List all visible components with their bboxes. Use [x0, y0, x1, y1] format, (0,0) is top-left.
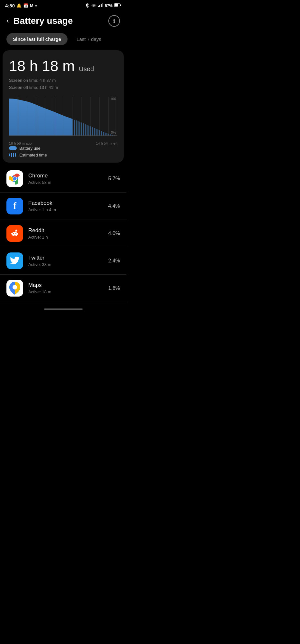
scroll-indicator: [44, 308, 83, 310]
wifi-icon: [91, 3, 96, 8]
svg-point-33: [13, 285, 17, 289]
chrome-app-icon: [6, 170, 23, 187]
facebook-app-info: Facebook Active: 1 h 4 m: [28, 200, 108, 212]
dot-icon: ●: [35, 4, 37, 7]
svg-point-30: [15, 233, 16, 234]
calendar-icon: 📅: [23, 3, 28, 8]
tab-since-last-charge[interactable]: Since last full charge: [6, 33, 68, 45]
tabs-container: Since last full charge Last 7 days: [0, 31, 126, 50]
battery-percent: 57%: [105, 4, 113, 8]
facebook-app-percent: 4.4%: [108, 203, 120, 209]
signal-icon: [98, 3, 103, 8]
chart-right-label: 14 h 54 m left: [96, 141, 117, 145]
reddit-app-info: Reddit Active: 1 h: [28, 227, 108, 240]
maps-app-name: Maps: [28, 282, 108, 289]
app-item-twitter[interactable]: Twitter Active: 38 m 2.4%: [0, 247, 126, 275]
svg-rect-2: [101, 4, 102, 7]
legend: Battery use Estimated time: [9, 146, 117, 157]
battery-chart: 100: [9, 97, 117, 142]
chrome-app-percent: 5.7%: [108, 176, 120, 182]
legend-striped-icon: [9, 153, 17, 157]
svg-point-24: [13, 177, 17, 180]
usage-time: 18 h 18 m Used: [9, 58, 117, 74]
status-bar: 4:50 🔔 📅 M ● 57%: [0, 0, 126, 10]
back-button[interactable]: ‹: [6, 17, 9, 25]
status-time: 4:50: [5, 3, 15, 8]
legend-estimated-time-label: Estimated time: [19, 153, 47, 157]
info-icon: ℹ: [113, 18, 115, 24]
chrome-app-active: Active: 58 m: [28, 180, 108, 185]
maps-app-info: Maps Active: 18 m: [28, 282, 108, 294]
status-right: 57%: [85, 3, 121, 9]
reddit-app-name: Reddit: [28, 227, 108, 234]
battery-icon: [114, 3, 121, 8]
chart-0-label: 0%: [111, 130, 116, 134]
screen-info: Screen on time: 4 h 37 m Screen off time…: [9, 77, 117, 91]
svg-rect-3: [102, 3, 103, 7]
facebook-app-icon: f: [6, 198, 23, 214]
svg-point-29: [13, 233, 14, 234]
maps-app-active: Active: 18 m: [28, 289, 108, 294]
screen-on-time: Screen on time: 4 h 37 m: [9, 77, 117, 84]
legend-battery-use-label: Battery use: [19, 146, 41, 151]
chart-time-labels: 18 h 56 m ago 14 h 54 m left: [9, 141, 117, 145]
twitter-app-percent: 2.4%: [108, 258, 120, 264]
info-button[interactable]: ℹ: [108, 15, 120, 27]
reddit-app-active: Active: 1 h: [28, 235, 108, 240]
reddit-app-percent: 4.0%: [108, 231, 120, 236]
gmail-icon: M: [30, 3, 33, 8]
bluetooth-icon: [85, 3, 90, 9]
facebook-app-name: Facebook: [28, 200, 108, 206]
app-item-maps[interactable]: Maps Active: 18 m 1.6%: [0, 275, 126, 302]
svg-rect-1: [99, 5, 100, 7]
chart-left-label: 18 h 56 m ago: [9, 141, 32, 145]
header: ‹ Battery usage ℹ: [0, 10, 126, 31]
legend-estimated-time: Estimated time: [9, 153, 117, 157]
svg-rect-5: [120, 5, 121, 6]
stats-card: 18 h 18 m Used Screen on time: 4 h 37 m …: [3, 50, 124, 163]
app-item-chrome[interactable]: Chrome Active: 58 m 5.7%: [0, 165, 126, 193]
twitter-app-name: Twitter: [28, 255, 108, 261]
app-list: Chrome Active: 58 m 5.7% f Facebook Acti…: [0, 163, 126, 305]
twitter-app-active: Active: 38 m: [28, 262, 108, 267]
used-label: Used: [79, 65, 94, 72]
chart-svg: [9, 97, 117, 139]
chrome-app-name: Chrome: [28, 173, 108, 179]
twitter-app-icon: [6, 252, 23, 269]
legend-battery-use: Battery use: [9, 146, 117, 151]
app-item-facebook[interactable]: f Facebook Active: 1 h 4 m 4.4%: [0, 193, 126, 220]
reddit-app-icon: [6, 225, 23, 242]
svg-point-31: [11, 233, 13, 234]
svg-rect-6: [115, 4, 118, 7]
app-item-reddit[interactable]: Reddit Active: 1 h 4.0%: [0, 220, 126, 247]
svg-point-32: [17, 233, 18, 234]
facebook-app-active: Active: 1 h 4 m: [28, 207, 108, 212]
status-left: 4:50 🔔 📅 M ●: [5, 3, 37, 8]
tab-last-7-days[interactable]: Last 7 days: [74, 33, 104, 45]
maps-app-percent: 1.6%: [108, 285, 120, 291]
legend-solid-icon: [9, 146, 17, 150]
chrome-app-info: Chrome Active: 58 m: [28, 173, 108, 185]
header-left: ‹ Battery usage: [6, 16, 73, 26]
screen-off-time: Screen off time: 13 h 41 m: [9, 84, 117, 91]
svg-rect-0: [98, 6, 99, 7]
page-title: Battery usage: [13, 16, 73, 26]
notification-icon: 🔔: [16, 3, 22, 8]
maps-app-icon: [6, 280, 23, 297]
chart-100-label: 100: [110, 97, 116, 101]
twitter-app-info: Twitter Active: 38 m: [28, 255, 108, 267]
